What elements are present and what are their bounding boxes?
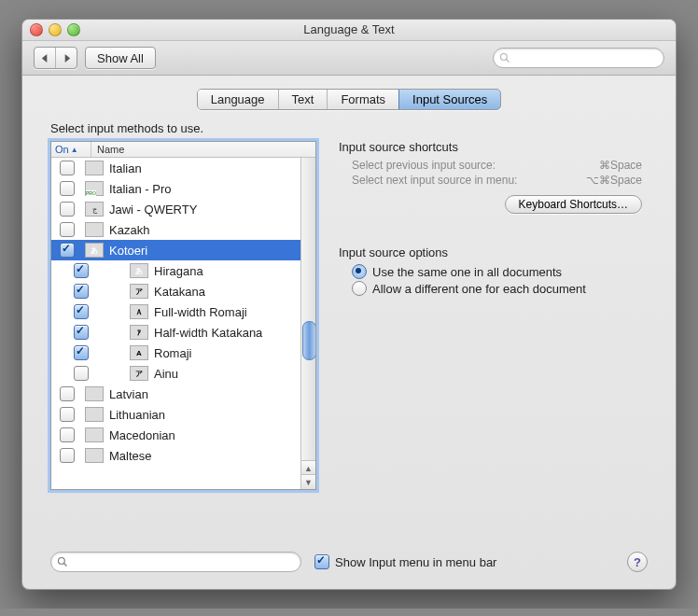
flag-icon [85,181,104,196]
item-label: Katakana [154,285,205,299]
zoom-button[interactable] [67,23,80,36]
scrollbar-up-icon[interactable]: ▲ [301,460,315,475]
search-icon [57,556,68,567]
item-label: Lithuanian [109,408,165,422]
column-on[interactable]: On ▲ [51,142,91,157]
on-checkbox[interactable] [74,263,89,278]
list-item[interactable]: Italian - Pro [51,178,315,199]
tab-text[interactable]: Text [279,90,328,109]
list-item[interactable]: アAinu [51,363,315,384]
list-item[interactable]: Latvian [51,384,315,404]
forward-button[interactable] [56,48,77,68]
tab-input-sources[interactable]: Input Sources [398,89,501,110]
shortcuts-title: Input source shortcuts [339,140,648,154]
tab-formats[interactable]: Formats [328,90,399,109]
filter-search[interactable] [50,552,301,572]
svg-point-4 [59,558,65,565]
scrollbar-down-icon[interactable]: ▼ [301,474,315,489]
tab-label: Text [292,92,314,106]
scrollbar-thumb[interactable] [302,321,315,360]
close-button[interactable] [30,23,43,36]
on-checkbox[interactable] [60,202,75,217]
search-icon [499,52,510,63]
svg-marker-0 [41,54,46,63]
list-item[interactable]: ＡFull-width Romaji [51,301,315,322]
on-checkbox[interactable] [60,161,75,175]
keyboard-shortcuts-button[interactable]: Keyboard Shortcuts… [505,195,642,214]
show-input-menu-checkbox[interactable] [314,554,329,569]
list-item[interactable]: あHiragana [51,260,315,281]
toolbar-search-input[interactable] [510,50,658,65]
input-sources-list[interactable]: On ▲ Name ItalianItalian - ProجJawi - QW… [50,141,316,490]
flag-icon: あ [130,263,148,278]
on-checkbox[interactable] [74,304,89,319]
options-title: Input source options [339,245,648,259]
on-checkbox[interactable] [60,448,75,463]
left-column: Select input methods to use. On ▲ Name I… [50,121,316,490]
list-item[interactable]: ｱHalf-width Katakana [51,322,315,343]
options-radios: Use the same one in all documentsAllow a… [339,263,648,297]
window-title: Language & Text [303,22,394,36]
svg-marker-1 [64,54,69,63]
list-body[interactable]: ItalianItalian - ProجJawi - QWERTYKazakh… [51,158,315,489]
help-button[interactable]: ? [627,552,648,572]
list-item[interactable]: Kazakh [51,219,315,240]
on-checkbox[interactable] [60,407,75,422]
scrollbar[interactable]: ▲ ▼ [300,158,315,489]
minimize-button[interactable] [49,23,62,36]
column-name[interactable]: Name [91,142,315,157]
on-checkbox[interactable] [74,366,89,381]
show-input-menu-option[interactable]: Show Input menu in menu bar [314,554,496,569]
flag-icon [85,222,104,237]
item-label: Kotoeri [109,244,147,258]
list-item[interactable]: あKotoeri [51,240,315,260]
item-label: Maltese [109,449,152,463]
on-checkbox[interactable] [74,284,89,299]
show-input-menu-label: Show Input menu in menu bar [335,555,496,569]
list-item[interactable]: ARomaji [51,343,315,363]
filter-search-input[interactable] [68,554,295,569]
keyboard-shortcuts-label: Keyboard Shortcuts… [519,198,628,211]
on-checkbox[interactable] [74,345,89,360]
show-all-label: Show All [97,51,144,65]
titlebar: Language & Text [22,20,676,41]
content: Select input methods to use. On ▲ Name I… [22,110,676,490]
flag-icon: ア [130,366,148,381]
on-checkbox[interactable] [60,386,75,401]
list-item[interactable]: Lithuanian [51,404,315,425]
radio-button[interactable] [352,281,367,296]
show-all-button[interactable]: Show All [85,47,156,69]
flag-icon: A [130,345,148,360]
radio-button[interactable] [352,264,367,279]
item-label: Kazakh [109,223,149,237]
option-radio[interactable]: Allow a different one for each document [339,280,648,297]
on-checkbox[interactable] [60,222,75,237]
list-item[interactable]: Macedonian [51,425,315,445]
item-label: Italian [109,161,142,175]
svg-line-5 [64,564,67,567]
item-label: Romaji [154,346,191,360]
option-radio[interactable]: Use the same one in all documents [339,263,648,280]
shortcut-row: Select next input source in menu:⌥⌘Space [339,173,648,188]
on-checkbox[interactable] [60,427,75,442]
list-item[interactable]: Italian [51,158,315,178]
tab-language[interactable]: Language [198,90,279,109]
shortcut-key: ⌥⌘Space [586,174,642,187]
on-checkbox[interactable] [60,181,75,196]
item-label: Ainu [154,367,178,381]
right-column: Input source shortcuts Select previous i… [339,121,648,490]
item-label: Hiragana [154,264,203,278]
back-button[interactable] [35,48,56,68]
toolbar-search[interactable] [493,48,664,68]
list-item[interactable]: Maltese [51,445,315,466]
list-item[interactable]: جJawi - QWERTY [51,199,315,219]
list-item[interactable]: アKatakana [51,281,315,301]
shortcut-label: Select next input source in menu: [352,174,517,187]
flag-icon [85,161,104,175]
on-checkbox[interactable] [60,243,75,258]
tab-bar: LanguageTextFormatsInput Sources [197,89,502,110]
item-label: Full-width Romaji [154,305,247,319]
item-label: Macedonian [109,428,175,442]
on-checkbox[interactable] [74,325,89,340]
item-label: Half-width Katakana [154,326,262,340]
